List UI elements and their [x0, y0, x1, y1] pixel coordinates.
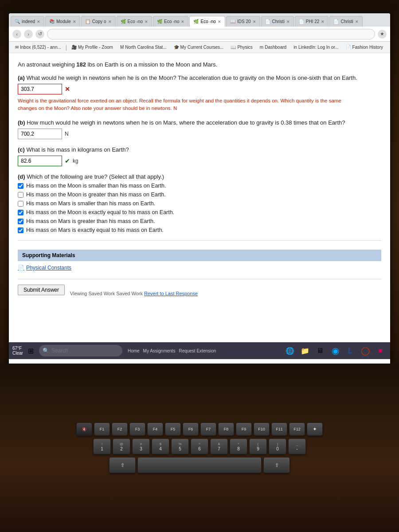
tab-indeed[interactable]: 🔍 indeed ✕	[11, 16, 44, 27]
taskbar-app-6[interactable]: ◯	[359, 344, 372, 357]
key-f7[interactable]: F7	[200, 422, 216, 436]
key-f10[interactable]: F10	[254, 422, 270, 436]
bookmark-ncsu[interactable]: M North Carolina Stat...	[117, 44, 169, 51]
taskbar-search-input[interactable]	[39, 345, 122, 356]
option-6-text: His mass on Mars is exactly equal to his…	[26, 227, 164, 233]
tab-close[interactable]: ✕	[37, 20, 40, 24]
tab-close[interactable]: ✕	[321, 20, 325, 24]
key-f1[interactable]: F1	[94, 422, 110, 436]
tab-eco1[interactable]: 🌿 Eco -no ✕	[117, 16, 152, 27]
key-1[interactable]: ! 1	[93, 438, 111, 454]
key-3[interactable]: # 3	[132, 438, 150, 454]
tab-eco3[interactable]: 🌿 Eco -no ✕	[189, 16, 225, 27]
key-2[interactable]: @ 2	[113, 438, 130, 454]
taskbar-app-1[interactable]: 🌐	[284, 344, 296, 357]
submit-button[interactable]: Submit Answer	[18, 285, 65, 295]
key-shift-left[interactable]: ⇧	[109, 457, 136, 473]
windows-icon[interactable]: ⊞	[25, 344, 37, 357]
bookmark-fashion[interactable]: 📄 Fashion History	[343, 44, 386, 51]
key-f8[interactable]: F8	[218, 422, 234, 436]
taskbar-extension-link[interactable]: Request Extension	[179, 348, 216, 353]
taskbar-assignments-link[interactable]: My Assignments	[143, 348, 176, 353]
physical-constants-link[interactable]: 📄 Physical Constants	[18, 263, 381, 273]
tab-close[interactable]: ✕	[73, 20, 76, 24]
option-4[interactable]: His mass on the Moon is exactly equal to…	[18, 209, 381, 215]
taskbar-app-3[interactable]: 🖥	[314, 344, 326, 357]
revert-link[interactable]: Revert to Last Response	[144, 291, 198, 296]
taskbar-app-4[interactable]: ◉	[329, 344, 341, 357]
key-fn[interactable]: 🔇	[76, 422, 92, 436]
option-5-text: His mass on Mars is greater than his mas…	[26, 218, 155, 224]
taskbar-app-5[interactable]: L	[344, 344, 356, 357]
bookmark-zoom[interactable]: 🎥 My Profile - Zoom	[69, 44, 116, 51]
key-0[interactable]: ) 0	[269, 438, 286, 454]
key-8[interactable]: * 8	[230, 438, 247, 454]
key-7[interactable]: & 7	[210, 438, 228, 454]
bookmark-physics[interactable]: 📖 Physics	[228, 44, 255, 51]
key-6[interactable]: ^ 6	[191, 438, 208, 454]
key-f12[interactable]: F12	[289, 422, 305, 436]
taskbar-links: Home My Assignments Request Extension	[128, 348, 216, 353]
tab-close[interactable]: ✕	[355, 20, 359, 24]
tab-christi1[interactable]: 📄 Christi ✕	[261, 16, 294, 27]
option-5[interactable]: His mass on Mars is greater than his mas…	[18, 218, 381, 224]
tab-christi2[interactable]: 📄 Christi ✕	[329, 16, 362, 27]
tab-close[interactable]: ✕	[181, 20, 184, 24]
key-9[interactable]: ( 9	[249, 438, 267, 454]
tab-close[interactable]: ✕	[253, 20, 256, 24]
tab-close[interactable]: ✕	[218, 20, 221, 24]
checkbox-3[interactable]	[18, 201, 23, 207]
part-b-label: (b) How much would he weigh in newtons w…	[18, 119, 381, 126]
key-shift-right[interactable]: ⇧	[263, 457, 290, 473]
tab-close[interactable]: ✕	[145, 20, 148, 24]
tab-ids[interactable]: 📖 IDS 20 ✕	[226, 16, 260, 27]
part-a-hint: Weight is the gravitational force exerte…	[18, 97, 381, 113]
tab-copy[interactable]: 📋 Copy o ✕	[81, 16, 116, 27]
tab-close[interactable]: ✕	[286, 20, 290, 24]
address-input[interactable]: https://www.webassign.net/web/Student/As…	[47, 29, 375, 39]
bookmark-inbox[interactable]: ✉ Inbox (6,522) - ann...	[12, 44, 64, 51]
key-f4[interactable]: F4	[147, 422, 163, 436]
key-4[interactable]: $ 4	[152, 438, 169, 454]
bookmarks-bar: ✉ Inbox (6,522) - ann... | 🎥 My Profile …	[9, 42, 390, 53]
taskbar-home-link[interactable]: Home	[128, 348, 140, 353]
key-f2[interactable]: F2	[112, 422, 128, 436]
taskbar-app-2[interactable]: 📁	[299, 344, 311, 357]
tab-close[interactable]: ✕	[108, 20, 112, 24]
part-a-input[interactable]	[18, 84, 62, 94]
key-5[interactable]: % 5	[171, 438, 189, 454]
option-3[interactable]: His mass on Mars is smaller than his mas…	[18, 200, 381, 207]
option-6[interactable]: His mass on Mars is exactly equal to his…	[18, 227, 381, 233]
option-1[interactable]: His mass on the Moon is smaller than his…	[18, 183, 381, 189]
bookmark-button[interactable]: ★	[378, 30, 387, 39]
key-f5[interactable]: F5	[165, 422, 181, 436]
bookmark-dashboard[interactable]: m Dashboard	[257, 44, 289, 51]
option-2[interactable]: His mass on the Moon is greater than his…	[18, 192, 381, 198]
key-f11[interactable]: F11	[271, 422, 287, 436]
reload-button[interactable]: ↺	[35, 30, 44, 39]
checkbox-4[interactable]	[18, 210, 23, 215]
part-c-input[interactable]	[18, 156, 62, 166]
key-f3[interactable]: F3	[129, 422, 145, 436]
error-icon: ✕	[65, 86, 70, 93]
back-button[interactable]: ‹	[12, 30, 21, 39]
checkbox-1[interactable]	[18, 183, 23, 189]
checkbox-6[interactable]	[18, 227, 23, 233]
key-star[interactable]: ✦	[307, 422, 323, 436]
forward-button[interactable]: ›	[24, 30, 33, 39]
bookmark-courses[interactable]: 🎓 My Current Courses...	[171, 44, 227, 51]
key-f6[interactable]: F6	[183, 422, 199, 436]
checkbox-2[interactable]	[18, 192, 23, 198]
tab-module[interactable]: 📚 Module ✕	[45, 16, 80, 27]
taskbar-app-7[interactable]: ■	[374, 344, 387, 357]
key-f9[interactable]: F9	[236, 422, 252, 436]
physics-icon: 📖	[231, 45, 236, 50]
key-minus[interactable]: _ -	[288, 438, 306, 454]
tab-eco2[interactable]: 🌿 Eco -no ✕	[153, 16, 188, 27]
tab-phi[interactable]: 📄 PHI 22 ✕	[295, 16, 329, 27]
key-spacebar[interactable]	[137, 457, 262, 473]
part-b-input[interactable]	[18, 129, 62, 139]
search-icon: 🔍	[43, 348, 49, 354]
bookmark-linkedin[interactable]: in LinkedIn: Log In or...	[291, 44, 341, 51]
checkbox-5[interactable]	[18, 219, 23, 224]
